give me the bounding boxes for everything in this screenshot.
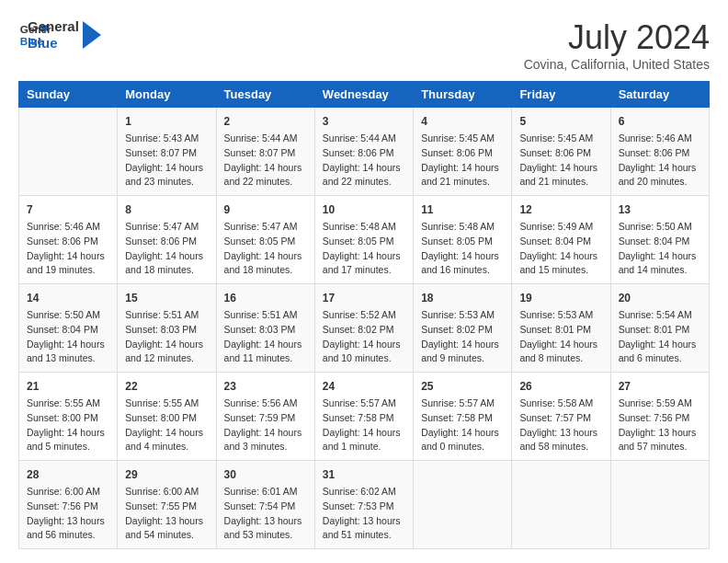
cell-text: Sunset: 8:05 PM — [224, 235, 307, 249]
cell-text: Sunset: 8:07 PM — [125, 146, 208, 161]
calendar-cell: 31Sunrise: 6:02 AMSunset: 7:53 PMDayligh… — [314, 461, 413, 549]
cell-text: Sunset: 8:02 PM — [421, 323, 504, 338]
cell-text: Sunrise: 5:44 AM — [323, 132, 405, 146]
calendar-cell: 21Sunrise: 5:55 AMSunset: 8:00 PMDayligh… — [19, 373, 118, 461]
day-number: 30 — [224, 466, 307, 483]
cell-text: and 21 minutes. — [519, 175, 602, 190]
cell-text: and 15 minutes. — [519, 263, 602, 278]
day-number: 27 — [619, 378, 701, 395]
cell-text: Sunset: 7:58 PM — [421, 411, 504, 426]
day-number: 22 — [125, 378, 208, 395]
cell-text: Sunset: 8:00 PM — [27, 411, 109, 426]
calendar-cell: 20Sunrise: 5:54 AMSunset: 8:01 PMDayligh… — [610, 284, 709, 373]
logo: General Blue General Blue — [18, 18, 101, 52]
cell-text: Sunset: 8:05 PM — [421, 235, 504, 249]
cell-text: Sunrise: 5:50 AM — [27, 308, 109, 323]
calendar-cell: 6Sunrise: 5:46 AMSunset: 8:06 PMDaylight… — [610, 108, 709, 196]
calendar-cell: 5Sunrise: 5:45 AMSunset: 8:06 PMDaylight… — [512, 108, 610, 196]
calendar-cell: 11Sunrise: 5:48 AMSunset: 8:05 PMDayligh… — [414, 196, 512, 284]
cell-text: Sunrise: 5:47 AM — [125, 220, 208, 235]
cell-text: Sunrise: 6:00 AM — [27, 485, 109, 500]
cell-text: Daylight: 14 hours — [619, 338, 701, 352]
cell-text: Sunset: 7:53 PM — [323, 500, 405, 514]
cell-text: Sunrise: 5:44 AM — [224, 132, 307, 146]
cell-text: Sunset: 7:57 PM — [519, 411, 602, 426]
cell-text: and 19 minutes. — [27, 263, 109, 278]
day-number: 17 — [323, 290, 405, 306]
day-number: 16 — [224, 290, 307, 306]
calendar-cell: 9Sunrise: 5:47 AMSunset: 8:05 PMDaylight… — [216, 196, 314, 284]
cell-text: Sunset: 8:07 PM — [224, 146, 307, 161]
cell-text: Sunrise: 5:54 AM — [619, 308, 701, 323]
cell-text: Daylight: 14 hours — [27, 338, 109, 352]
calendar-table: SundayMondayTuesdayWednesdayThursdayFrid… — [18, 81, 710, 549]
day-number: 19 — [519, 290, 602, 306]
day-number: 20 — [619, 290, 701, 306]
cell-text: Daylight: 13 hours — [224, 514, 307, 529]
calendar-cell: 23Sunrise: 5:56 AMSunset: 7:59 PMDayligh… — [216, 373, 314, 461]
cell-text: Sunset: 8:00 PM — [125, 411, 208, 426]
cell-text: Sunrise: 5:48 AM — [421, 220, 504, 235]
cell-text: Daylight: 14 hours — [224, 426, 307, 441]
cell-text: Sunrise: 5:59 AM — [619, 396, 701, 411]
cell-text: Daylight: 14 hours — [421, 426, 504, 441]
cell-text: Daylight: 14 hours — [125, 338, 208, 352]
calendar-cell: 26Sunrise: 5:58 AMSunset: 7:57 PMDayligh… — [512, 373, 610, 461]
cell-text: Sunrise: 5:46 AM — [27, 220, 109, 235]
cell-text: Sunset: 8:04 PM — [519, 235, 602, 249]
cell-text: Sunrise: 6:02 AM — [323, 485, 405, 500]
cell-text: and 0 minutes. — [421, 440, 504, 454]
day-number: 4 — [421, 113, 504, 130]
cell-text: and 56 minutes. — [27, 528, 109, 543]
cell-text: Sunset: 7:59 PM — [224, 411, 307, 426]
logo-blue: Blue — [28, 35, 79, 52]
weekday-header-row: SundayMondayTuesdayWednesdayThursdayFrid… — [19, 82, 710, 108]
calendar-cell: 4Sunrise: 5:45 AMSunset: 8:06 PMDaylight… — [414, 108, 512, 196]
cell-text: Sunrise: 5:46 AM — [619, 132, 701, 146]
cell-text: Daylight: 14 hours — [519, 161, 602, 176]
cell-text: Daylight: 14 hours — [224, 338, 307, 352]
calendar-week-row: 28Sunrise: 6:00 AMSunset: 7:56 PMDayligh… — [19, 461, 710, 549]
day-number: 29 — [125, 466, 208, 483]
cell-text: Sunset: 7:56 PM — [619, 411, 701, 426]
cell-text: Daylight: 14 hours — [519, 338, 602, 352]
day-number: 8 — [125, 201, 208, 218]
cell-text: and 12 minutes. — [125, 351, 208, 366]
weekday-header-saturday: Saturday — [610, 82, 709, 108]
calendar-cell: 1Sunrise: 5:43 AMSunset: 8:07 PMDaylight… — [118, 108, 216, 196]
day-number: 18 — [421, 290, 504, 306]
cell-text: and 17 minutes. — [323, 263, 405, 278]
cell-text: and 20 minutes. — [619, 175, 701, 190]
cell-text: and 4 minutes. — [125, 440, 208, 454]
cell-text: Daylight: 14 hours — [519, 249, 602, 264]
cell-text: and 58 minutes. — [519, 440, 602, 454]
day-number: 11 — [421, 201, 504, 218]
cell-text: Sunrise: 5:58 AM — [519, 396, 602, 411]
cell-text: Sunrise: 6:00 AM — [125, 485, 208, 500]
weekday-header-wednesday: Wednesday — [314, 82, 413, 108]
cell-text: and 51 minutes. — [323, 528, 405, 543]
day-number: 5 — [519, 113, 602, 130]
location-subtitle: Covina, California, United States — [524, 57, 710, 72]
cell-text: Sunset: 8:06 PM — [619, 146, 701, 161]
calendar-cell: 17Sunrise: 5:52 AMSunset: 8:02 PMDayligh… — [314, 284, 413, 373]
calendar-cell: 25Sunrise: 5:57 AMSunset: 7:58 PMDayligh… — [414, 373, 512, 461]
cell-text: Sunset: 7:58 PM — [323, 411, 405, 426]
cell-text: Daylight: 13 hours — [323, 514, 405, 529]
cell-text: and 8 minutes. — [519, 351, 602, 366]
cell-text: and 1 minute. — [323, 440, 405, 454]
calendar-cell: 10Sunrise: 5:48 AMSunset: 8:05 PMDayligh… — [314, 196, 413, 284]
cell-text: Daylight: 13 hours — [619, 426, 701, 441]
calendar-week-row: 14Sunrise: 5:50 AMSunset: 8:04 PMDayligh… — [19, 284, 710, 373]
cell-text: Daylight: 14 hours — [224, 249, 307, 264]
cell-text: Sunrise: 5:50 AM — [619, 220, 701, 235]
calendar-cell: 12Sunrise: 5:49 AMSunset: 8:04 PMDayligh… — [512, 196, 610, 284]
weekday-header-thursday: Thursday — [414, 82, 512, 108]
cell-text: and 5 minutes. — [27, 440, 109, 454]
cell-text: Sunrise: 5:47 AM — [224, 220, 307, 235]
cell-text: Daylight: 14 hours — [27, 426, 109, 441]
cell-text: Sunset: 8:06 PM — [125, 235, 208, 249]
day-number: 21 — [27, 378, 109, 395]
cell-text: and 18 minutes. — [125, 263, 208, 278]
cell-text: Sunrise: 5:45 AM — [519, 132, 602, 146]
